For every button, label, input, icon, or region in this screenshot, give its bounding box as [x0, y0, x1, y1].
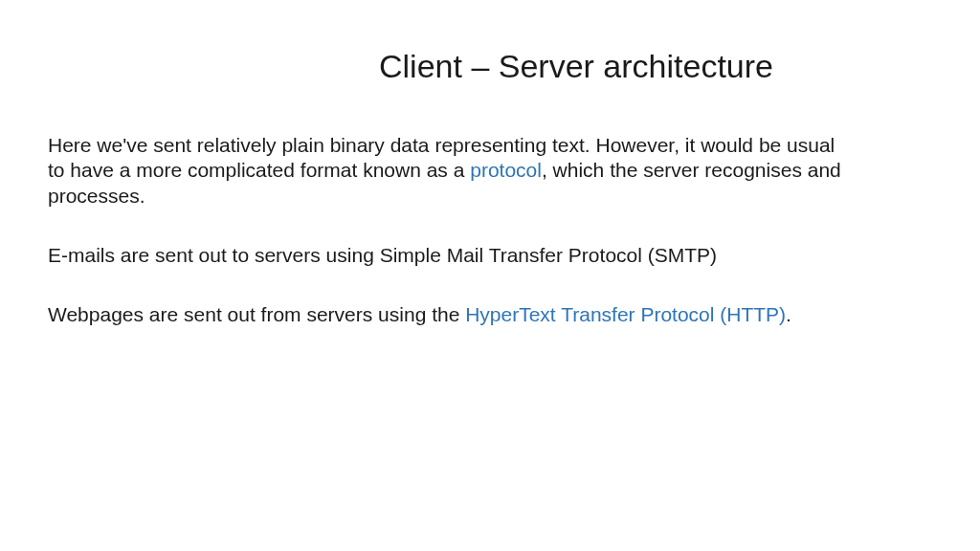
paragraph-2: E-mails are sent out to servers using Si…: [48, 243, 856, 268]
http-link[interactable]: HyperText Transfer Protocol (HTTP): [465, 303, 786, 325]
slide: Client – Server architecture Here we've …: [0, 0, 980, 551]
slide-title: Client – Server architecture: [48, 48, 932, 85]
para3-text1: Webpages are sent out from servers using…: [48, 303, 465, 325]
paragraph-3: Webpages are sent out from servers using…: [48, 302, 856, 327]
slide-content: Here we've sent relatively plain binary …: [48, 133, 932, 327]
para3-text2: .: [786, 303, 791, 325]
protocol-link[interactable]: protocol: [470, 159, 542, 181]
paragraph-1: Here we've sent relatively plain binary …: [48, 133, 856, 209]
